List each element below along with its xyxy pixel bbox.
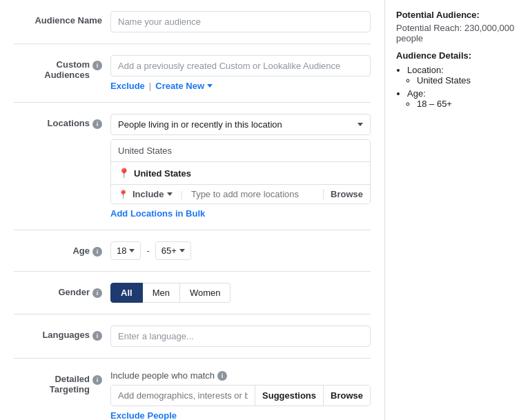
targeting-input-row: Suggestions Browse bbox=[110, 385, 371, 406]
languages-label: Languages i bbox=[14, 326, 110, 341]
gender-women-button[interactable]: Women bbox=[180, 283, 231, 303]
detailed-targeting-label: Detailed Targeting i bbox=[14, 370, 110, 394]
custom-audiences-control: Exclude | Create New bbox=[110, 55, 371, 91]
suggestions-button[interactable]: Suggestions bbox=[255, 386, 323, 406]
include-button[interactable]: Include bbox=[132, 189, 173, 199]
location-search-header: United States bbox=[111, 140, 370, 162]
custom-audiences-row: Custom Audiences i Exclude | Create New bbox=[14, 55, 371, 103]
detailed-targeting-control: Include people who match i Suggestions B… bbox=[110, 370, 371, 420]
custom-audiences-info-icon[interactable]: i bbox=[92, 61, 102, 70]
targeting-input[interactable] bbox=[111, 386, 255, 406]
gender-control: All Men Women bbox=[110, 283, 371, 303]
custom-audiences-label: Custom Audiences i bbox=[14, 55, 110, 80]
languages-info-icon[interactable]: i bbox=[92, 331, 102, 341]
languages-row: Languages i bbox=[14, 326, 371, 359]
audience-details-title: Audience Details: bbox=[396, 50, 519, 61]
detailed-targeting-row: Detailed Targeting i Include people who … bbox=[14, 370, 371, 420]
location-selected-text: United States bbox=[134, 168, 191, 179]
age-detail: Age: 18 – 65+ bbox=[407, 88, 519, 109]
exclude-button[interactable]: Exclude bbox=[110, 81, 145, 91]
locations-info-icon[interactable]: i bbox=[92, 119, 102, 129]
age-info-icon[interactable]: i bbox=[92, 247, 102, 257]
location-box: United States 📍 United States 📍 Include … bbox=[110, 139, 371, 204]
languages-input[interactable] bbox=[110, 326, 371, 347]
create-new-button[interactable]: Create New bbox=[155, 81, 213, 91]
audience-name-row: Audience Name bbox=[14, 11, 371, 44]
include-match-info-icon[interactable]: i bbox=[217, 371, 227, 381]
audience-name-control bbox=[110, 11, 371, 32]
location-dropdown-arrow-icon bbox=[357, 123, 363, 126]
age-min-dropdown[interactable]: 18 bbox=[110, 241, 141, 260]
include-match-label: Include people who match i bbox=[110, 370, 371, 381]
languages-control bbox=[110, 326, 371, 347]
audience-name-label: Audience Name bbox=[14, 11, 110, 26]
add-locations-bulk-button[interactable]: Add Locations in Bulk bbox=[110, 208, 205, 219]
location-pin-icon: 📍 bbox=[118, 168, 130, 179]
location-type-dropdown[interactable]: People living in or recently in this loc… bbox=[110, 114, 371, 135]
locations-control: People living in or recently in this loc… bbox=[110, 114, 371, 219]
audience-details: Location: United States Age: 18 – 65+ bbox=[396, 65, 519, 109]
age-max-dropdown[interactable]: 65+ bbox=[155, 241, 191, 260]
location-detail: Location: United States bbox=[407, 65, 519, 86]
detailed-targeting-info-icon[interactable]: i bbox=[92, 375, 102, 385]
side-panel: Potential Audience: Potential Reach: 230… bbox=[385, 0, 530, 420]
age-dash: - bbox=[146, 246, 149, 256]
create-new-arrow-icon bbox=[207, 84, 213, 88]
browse-targeting-button[interactable]: Browse bbox=[323, 386, 370, 406]
age-detail-value: 18 – 65+ bbox=[417, 99, 519, 109]
age-selector-row: 18 - 65+ bbox=[110, 241, 371, 260]
input-divider: | bbox=[181, 189, 183, 199]
age-max-arrow-icon bbox=[179, 249, 185, 252]
gender-men-button[interactable]: Men bbox=[143, 283, 180, 303]
age-row: Age i 18 - 65+ bbox=[14, 241, 371, 272]
custom-audiences-input[interactable] bbox=[110, 55, 371, 77]
gender-label: Gender i bbox=[14, 283, 110, 298]
audience-name-input[interactable] bbox=[110, 11, 371, 32]
location-detail-value: United States bbox=[417, 75, 519, 86]
gender-all-button[interactable]: All bbox=[110, 283, 143, 303]
age-control: 18 - 65+ bbox=[110, 241, 371, 260]
location-selected-row: 📍 United States bbox=[111, 162, 370, 185]
gender-selector: All Men Women bbox=[110, 283, 371, 303]
divider: | bbox=[149, 81, 151, 91]
exclude-people-button[interactable]: Exclude People bbox=[110, 410, 177, 420]
exclude-people-link: Exclude People bbox=[110, 410, 371, 420]
locations-label: Locations i bbox=[14, 114, 110, 129]
include-arrow-icon bbox=[167, 192, 173, 196]
gender-row: Gender i All Men Women bbox=[14, 283, 371, 314]
locations-row: Locations i People living in or recently… bbox=[14, 114, 371, 230]
potential-reach: Potential Reach: 230,000,000 people bbox=[396, 23, 519, 43]
gender-info-icon[interactable]: i bbox=[92, 288, 102, 298]
exclude-create-row: Exclude | Create New bbox=[110, 81, 371, 91]
age-label: Age i bbox=[14, 241, 110, 257]
location-input-row: 📍 Include | Browse bbox=[111, 185, 370, 203]
age-min-arrow-icon bbox=[129, 249, 135, 252]
location-input-pin-icon: 📍 bbox=[118, 190, 128, 199]
location-browse-button[interactable]: Browse bbox=[323, 189, 363, 199]
add-bulk-link: Add Locations in Bulk bbox=[110, 208, 205, 219]
potential-audience-title: Potential Audience: bbox=[396, 10, 519, 20]
location-type-input[interactable] bbox=[191, 189, 319, 199]
